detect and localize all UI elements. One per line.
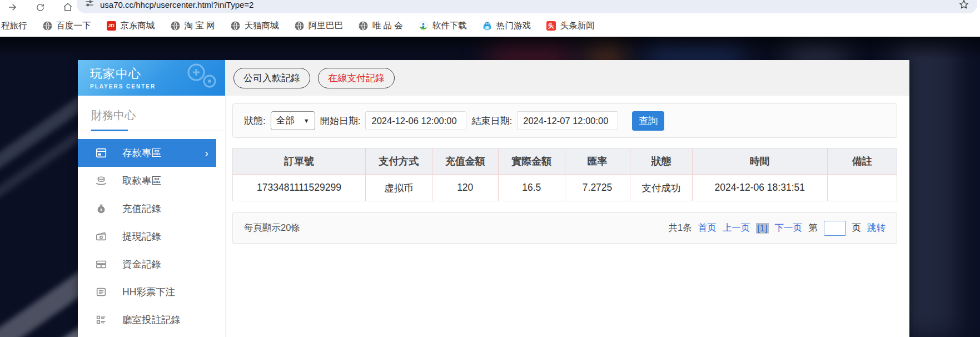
chevron-right-icon: › bbox=[205, 147, 208, 158]
search-button[interactable]: 查詢 bbox=[632, 111, 664, 131]
first-page-link[interactable]: 首页 bbox=[698, 222, 717, 234]
jump-suffix-label: 页 bbox=[852, 222, 862, 234]
sidebar-item-withdrawal-records[interactable]: 提現記錄 bbox=[78, 222, 225, 250]
page-size-text: 每頁顯示20條 bbox=[244, 222, 300, 234]
sidebar-item-recharge-records[interactable]: ¥ 充值記錄 bbox=[78, 195, 225, 222]
deposit-machine-icon bbox=[94, 146, 108, 160]
globe-icon bbox=[359, 21, 368, 31]
sidebar-item-label: 取款專區 bbox=[122, 174, 161, 187]
table-header-row: 訂單號 支付方式 充值金額 實際金額 匯率 狀態 時間 備註 bbox=[233, 148, 897, 175]
end-date-input[interactable] bbox=[517, 111, 618, 130]
site-settings-icon[interactable] bbox=[84, 0, 94, 11]
bookmark-games[interactable]: 热门游戏 bbox=[482, 20, 531, 32]
bookmark-label: 京东商城 bbox=[121, 20, 155, 32]
players-center-header: 玩家中心 PLAYERS CENTER bbox=[78, 60, 225, 96]
cell-rate: 7.2725 bbox=[565, 175, 630, 201]
tab-strip: 公司入款記錄 在線支付記錄 bbox=[226, 60, 909, 96]
bookmark-tmall[interactable]: 天猫商城 bbox=[231, 20, 279, 32]
current-page-indicator: [1] bbox=[756, 223, 768, 234]
column-header-actual-amount: 實際金額 bbox=[499, 148, 565, 175]
sidebar-item-lottery-bets[interactable]: HH彩票下注 bbox=[78, 278, 225, 306]
pagination-controls: 共1条 首页 上一页 [1] 下一页 第 页 跳转 bbox=[668, 221, 886, 236]
cell-remark bbox=[827, 175, 897, 201]
tab-online-payment-records[interactable]: 在線支付記錄 bbox=[318, 68, 395, 88]
jump-prefix-label: 第 bbox=[808, 222, 818, 234]
hand-coins-icon bbox=[94, 174, 108, 187]
jump-button[interactable]: 跳转 bbox=[867, 222, 886, 234]
status-select[interactable]: 全部 ▼ bbox=[271, 111, 315, 130]
globe-icon bbox=[231, 21, 240, 31]
end-date-label: 結束日期: bbox=[471, 115, 512, 127]
bookmark-label: 头条新闻 bbox=[560, 20, 595, 32]
browser-nav-icons bbox=[0, 2, 73, 13]
bookmark-star-icon[interactable] bbox=[958, 0, 969, 10]
url-text: usa70.cc/hhcp/usercenter.html?iniType=2 bbox=[100, 0, 958, 9]
sidebar-item-funds-records[interactable]: 資金記錄 bbox=[78, 250, 225, 278]
cell-order-no: 1733481111529299 bbox=[233, 175, 366, 201]
prev-page-link[interactable]: 上一页 bbox=[723, 222, 750, 234]
background-streak bbox=[0, 129, 86, 211]
reload-icon[interactable] bbox=[34, 2, 46, 13]
cell-pay-method: 虚拟币 bbox=[366, 175, 432, 201]
sidebar-item-deposit-zone[interactable]: 存款專區 › bbox=[78, 139, 216, 167]
bookmarks-bar: 程旅行 百度一下 JD 京东商城 淘 宝 网 天猫商城 阿里巴巴 唯 品 会 软 bbox=[0, 14, 980, 37]
cell-recharge-amount: 120 bbox=[432, 175, 499, 201]
sidebar-item-withdraw-zone[interactable]: 取款專區 bbox=[78, 167, 225, 195]
total-count-text: 共1条 bbox=[668, 222, 692, 234]
column-header-rate: 匯率 bbox=[565, 148, 630, 175]
browser-toolbar: usa70.cc/hhcp/usercenter.html?iniType=2 bbox=[0, 0, 980, 14]
forward-icon[interactable] bbox=[7, 2, 18, 13]
sidebar-item-label: 廳室投註記錄 bbox=[122, 313, 181, 326]
bookmark-jd[interactable]: JD 京东商城 bbox=[107, 20, 155, 32]
bookmark-label: 阿里巴巴 bbox=[309, 20, 343, 32]
table-row: 1733481111529299 虚拟币 120 16.5 7.2725 支付成… bbox=[233, 175, 897, 201]
finance-section: 財務中心 bbox=[78, 96, 225, 123]
money-bag-icon: ¥ bbox=[94, 202, 108, 215]
next-page-link[interactable]: 下一页 bbox=[775, 222, 803, 234]
cell-status: 支付成功 bbox=[630, 175, 692, 201]
screen: usa70.cc/hhcp/usercenter.html?iniType=2 … bbox=[0, 0, 980, 337]
sidebar-item-hall-bet-records[interactable]: 廳室投註記錄 bbox=[78, 306, 225, 334]
main-content: 公司入款記錄 在線支付記錄 狀態: 全部 ▼ 開始日期: 結束日期: bbox=[226, 60, 909, 337]
records-content: 狀態: 全部 ▼ 開始日期: 結束日期: 查詢 bbox=[226, 96, 909, 337]
section-title: 財務中心 bbox=[91, 108, 225, 123]
sidebar-item-label: 充值記錄 bbox=[122, 202, 161, 215]
status-select-value: 全部 bbox=[276, 115, 295, 127]
bookmark-taobao[interactable]: 淘 宝 网 bbox=[171, 20, 215, 32]
column-header-recharge-amount: 充值金額 bbox=[432, 148, 499, 175]
bookmark-label: 软件下载 bbox=[432, 20, 467, 32]
bookmark-vip[interactable]: 唯 品 会 bbox=[359, 20, 403, 32]
sidebar-item-label: 提現記錄 bbox=[122, 230, 161, 243]
gamepad-icon bbox=[181, 62, 220, 96]
column-header-pay-method: 支付方式 bbox=[366, 148, 432, 175]
address-bar[interactable]: usa70.cc/hhcp/usercenter.html?iniType=2 bbox=[77, 0, 977, 13]
filter-bar: 狀態: 全部 ▼ 開始日期: 結束日期: 查詢 bbox=[232, 103, 897, 138]
status-label: 狀態: bbox=[244, 115, 266, 127]
bookmark-trip[interactable]: 程旅行 bbox=[1, 20, 27, 32]
toutiao-icon: 头 bbox=[546, 21, 556, 31]
grid-list-icon bbox=[94, 313, 108, 326]
bookmark-toutiao[interactable]: 头 头条新闻 bbox=[546, 20, 595, 32]
bookmark-software[interactable]: 软件下载 bbox=[419, 20, 467, 32]
bookmark-label: 唯 品 会 bbox=[372, 20, 403, 32]
section-divider bbox=[78, 130, 225, 131]
cell-time: 2024-12-06 18:31:51 bbox=[692, 175, 827, 201]
column-header-time: 時間 bbox=[692, 148, 827, 175]
home-icon[interactable] bbox=[62, 2, 73, 13]
bookmark-alibaba[interactable]: 阿里巴巴 bbox=[295, 20, 343, 32]
bookmark-label: 天猫商城 bbox=[245, 20, 279, 32]
bookmark-label: 淘 宝 网 bbox=[185, 20, 215, 32]
bookmark-baidu[interactable]: 百度一下 bbox=[43, 20, 91, 32]
bookmark-label: 程旅行 bbox=[1, 20, 27, 32]
records-table: 訂單號 支付方式 充值金額 實際金額 匯率 狀態 時間 備註 bbox=[232, 148, 897, 201]
list-icon bbox=[94, 285, 108, 299]
game-penguin-icon bbox=[482, 21, 492, 31]
globe-icon bbox=[43, 21, 52, 31]
start-date-input[interactable] bbox=[365, 111, 466, 130]
sidebar-nav: 存款專區 › 取款專區 ¥ 充值記錄 bbox=[78, 139, 225, 334]
page-jump-input[interactable] bbox=[824, 221, 846, 236]
pagination-bar: 每頁顯示20條 共1条 首页 上一页 [1] 下一页 第 页 跳转 bbox=[232, 212, 897, 244]
cell-actual-amount: 16.5 bbox=[499, 175, 565, 201]
column-header-remark: 備註 bbox=[827, 148, 897, 175]
tab-company-deposit-records[interactable]: 公司入款記錄 bbox=[233, 68, 310, 88]
